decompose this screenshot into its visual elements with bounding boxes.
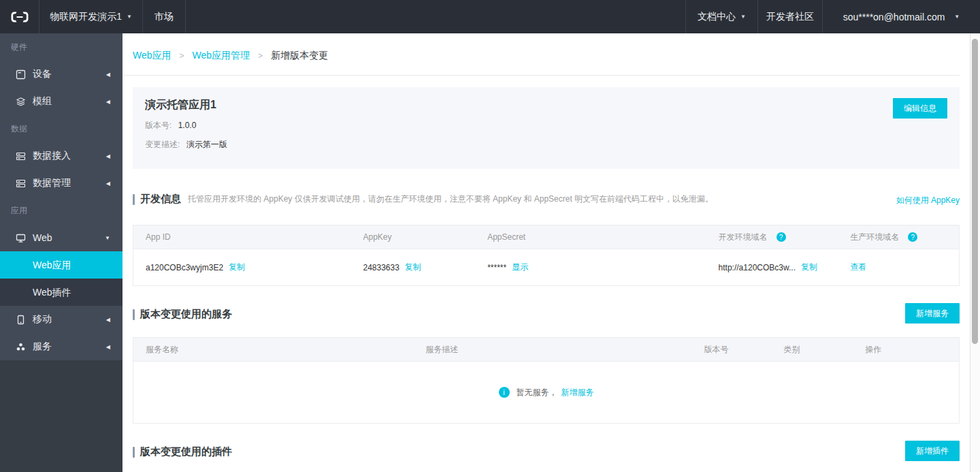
- sidebar-item-service[interactable]: 服务 ◀: [0, 333, 122, 360]
- sidebar-item-label: 移动: [33, 313, 52, 326]
- add-service-button[interactable]: 新增服务: [905, 303, 960, 324]
- view-prod-domain-link[interactable]: 查看: [850, 262, 866, 273]
- chevron-down-icon: ▼: [954, 14, 960, 20]
- sidebar-item-label: 数据管理: [33, 177, 71, 189]
- scrollbar-thumb[interactable]: [972, 39, 978, 344]
- sidebar-item-label: 模组: [33, 95, 52, 108]
- nav-dev-community-label: 开发者社区: [766, 11, 814, 23]
- main-content: Web应用 > Web应用管理 > 新增版本变更 演示托管应用1 版本号: 1.…: [122, 33, 980, 472]
- desc-label: 变更描述:: [145, 140, 180, 149]
- chevron-down-icon: ▼: [740, 14, 746, 20]
- dev-info-table-header: App ID AppKey AppSecret 开发环境域名? 生产环境域名?: [133, 225, 959, 249]
- col-prod-domain: 生产环境域名?: [838, 232, 959, 243]
- dev-info-table-row: a120COBc3wyjm3E2 复制 24833633 复制 ****** 显…: [133, 249, 959, 285]
- dev-domain-value: http://a120COBc3w...: [719, 263, 796, 272]
- sidebar-section-data: 数据: [0, 115, 122, 142]
- sidebar-item-mobile[interactable]: 移动 ◀: [0, 306, 122, 333]
- sidebar-item-module[interactable]: 模组 ◀: [0, 88, 122, 115]
- breadcrumb-web-app-mgmt[interactable]: Web应用管理: [193, 50, 250, 62]
- device-icon: [15, 69, 26, 80]
- nav-market[interactable]: 市场: [143, 0, 185, 33]
- desc-value: 演示第一版: [186, 140, 227, 149]
- desc-line: 变更描述: 演示第一版: [145, 139, 947, 151]
- copy-app-key-link[interactable]: 复制: [405, 262, 421, 273]
- col-dev-domain-label: 开发环境域名: [719, 232, 768, 243]
- col-app-key: AppKey: [350, 232, 475, 242]
- layers-icon: [15, 96, 26, 107]
- empty-add-service-link[interactable]: 新增服务: [561, 387, 594, 398]
- breadcrumb-web-app[interactable]: Web应用: [133, 50, 172, 62]
- sidebar: 硬件 设备 ◀ 模组 ◀ 数据 数据接入: [0, 33, 122, 472]
- cell-app-secret: ****** 显示: [475, 262, 706, 273]
- chevron-left-icon: ◀: [106, 72, 110, 78]
- plugins-title: 版本变更使用的插件: [140, 445, 232, 458]
- brackets-logo-icon: [10, 11, 29, 23]
- sidebar-item-web-plugin[interactable]: Web插件: [0, 279, 122, 306]
- app-secret-mask: ******: [487, 263, 506, 272]
- nav-doc-center-label: 文档中心: [698, 11, 736, 23]
- dev-info-header: 开发信息 托管应用开发环境的 AppKey 仅供开发调试使用，请勿在生产环境使用…: [133, 193, 713, 206]
- dev-info-subtitle: 托管应用开发环境的 AppKey 仅供开发调试使用，请勿在生产环境使用，注意不要…: [188, 193, 713, 205]
- sidebar-item-device[interactable]: 设备 ◀: [0, 61, 122, 88]
- section-bar: [133, 194, 135, 205]
- database-icon: [15, 151, 26, 161]
- breadcrumb-separator: >: [258, 51, 263, 61]
- dev-info-title: 开发信息: [140, 193, 181, 206]
- sidebar-menu: 硬件 设备 ◀ 模组 ◀ 数据 数据接入: [0, 33, 122, 360]
- version-label: 版本号:: [145, 121, 172, 130]
- col-service-name: 服务名称: [133, 344, 413, 356]
- col-app-secret: AppSecret: [475, 232, 706, 242]
- sidebar-item-data-access[interactable]: 数据接入 ◀: [0, 142, 122, 170]
- alibaba-cloud-logo[interactable]: [0, 0, 39, 33]
- section-bar: [133, 309, 135, 320]
- app-info-card: 演示托管应用1 版本号: 1.0.0 变更描述: 演示第一版 编辑信息: [133, 87, 960, 169]
- help-icon[interactable]: ?: [777, 232, 786, 242]
- add-plugin-button[interactable]: 新增插件: [905, 441, 960, 461]
- project-selector-label: 物联网开发演示1: [50, 11, 122, 23]
- cell-app-key: 24833633 复制: [350, 262, 475, 273]
- chevron-left-icon: ◀: [106, 153, 110, 159]
- version-line: 版本号: 1.0.0: [145, 120, 947, 131]
- breadcrumb-separator: >: [180, 51, 184, 61]
- chevron-left-icon: ◀: [106, 99, 110, 105]
- topbar: 物联网开发演示1 ▼ 市场 文档中心 ▼ 开发者社区 sou****on@hot…: [0, 0, 980, 33]
- account-email: sou****on@hotmail.com: [843, 12, 945, 22]
- cell-app-id: a120COBc3wyjm3E2 复制: [133, 262, 350, 273]
- project-selector[interactable]: 物联网开发演示1 ▼: [39, 0, 142, 33]
- chevron-down-icon: ▼: [127, 14, 132, 20]
- topbar-spacer: [186, 0, 685, 33]
- edit-info-button[interactable]: 编辑信息: [893, 98, 947, 119]
- sidebar-item-label: 服务: [33, 341, 52, 353]
- vertical-scrollbar[interactable]: [970, 33, 980, 472]
- appkey-help-link[interactable]: 如何使用 AppKey: [896, 195, 960, 206]
- nav-doc-center[interactable]: 文档中心 ▼: [686, 0, 757, 33]
- sidebar-item-web[interactable]: Web ▼: [0, 224, 122, 251]
- help-icon[interactable]: ?: [908, 232, 917, 242]
- sidebar-section-app: 应用: [0, 197, 122, 224]
- show-secret-link[interactable]: 显示: [512, 262, 528, 273]
- version-value: 1.0.0: [178, 121, 197, 130]
- app-id-value: a120COBc3wyjm3E2: [146, 263, 223, 272]
- chevron-down-icon: ▼: [105, 235, 110, 241]
- col-app-id: App ID: [133, 232, 350, 242]
- smartphone-icon: [15, 314, 26, 325]
- iot-console-screen: 物联网开发演示1 ▼ 市场 文档中心 ▼ 开发者社区 sou****on@hot…: [0, 0, 980, 472]
- sidebar-item-data-mgmt[interactable]: 数据管理 ◀: [0, 170, 122, 197]
- group-icon: [15, 341, 26, 352]
- col-service-version: 版本号: [692, 344, 772, 356]
- services-header: 版本变更使用的服务: [133, 308, 232, 321]
- nav-dev-community[interactable]: 开发者社区: [758, 0, 822, 33]
- account-menu[interactable]: sou****on@hotmail.com ▼: [823, 0, 980, 33]
- col-dev-domain: 开发环境域名?: [706, 232, 838, 243]
- section-bar: [133, 447, 135, 458]
- copy-app-id-link[interactable]: 复制: [229, 262, 245, 273]
- breadcrumb-divider: [122, 75, 960, 76]
- nav-market-label: 市场: [154, 11, 174, 23]
- dev-info-table: App ID AppKey AppSecret 开发环境域名? 生产环境域名? …: [133, 225, 960, 286]
- info-icon: i: [499, 387, 510, 398]
- sidebar-item-label: Web: [33, 232, 52, 243]
- sidebar-item-web-app[interactable]: Web应用: [0, 251, 122, 279]
- sidebar-section-hardware: 硬件: [0, 33, 122, 61]
- copy-dev-domain-link[interactable]: 复制: [801, 262, 817, 273]
- sidebar-item-label: 设备: [33, 68, 52, 80]
